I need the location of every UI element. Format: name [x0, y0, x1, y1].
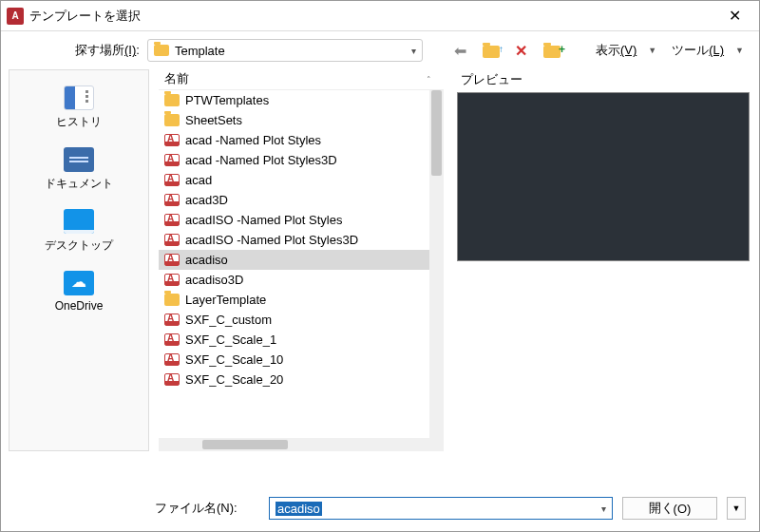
file-name: SXF_C_Scale_10 — [185, 352, 283, 367]
filename-value: acadiso — [276, 502, 322, 516]
look-in-label: 探す場所(I): — [75, 42, 140, 59]
file-name: acadISO -Named Plot Styles — [185, 213, 342, 227]
places-sidebar: ヒストリ ドキュメント デスクトップ OneDrive — [9, 69, 149, 451]
preview-label: プレビュー — [457, 69, 750, 92]
folder-icon — [154, 45, 169, 56]
file-name: acad -Named Plot Styles — [185, 133, 321, 147]
folder-up-icon — [483, 46, 500, 58]
file-row[interactable]: SXF_C_Scale_20 — [159, 370, 444, 390]
dwt-file-icon — [164, 134, 180, 146]
close-icon[interactable]: ✕ — [715, 7, 753, 25]
file-row[interactable]: acadiso — [159, 250, 444, 270]
sidebar-item-history[interactable]: ヒストリ — [10, 82, 148, 140]
file-row[interactable]: acadiso3D — [159, 270, 444, 290]
file-row[interactable]: SXF_C_Scale_1 — [159, 330, 444, 350]
dwt-file-icon — [164, 254, 180, 266]
sidebar-item-onedrive[interactable]: OneDrive — [10, 267, 148, 322]
file-row[interactable]: PTWTemplates — [159, 90, 444, 110]
bottom-panel: ファイル名(N): acadiso ▾ 開く(O) ▼ ファイルの種類(T): … — [1, 451, 759, 532]
folder-new-icon — [543, 46, 560, 58]
view-menu[interactable]: 表示(V) — [594, 42, 638, 59]
file-row[interactable]: SXF_C_custom — [159, 310, 444, 330]
folder-icon — [164, 94, 180, 106]
delete-button[interactable]: ✕ — [510, 39, 533, 62]
filename-label: ファイル名(N): — [155, 500, 259, 517]
toolbar: 探す場所(I): Template ▾ ⬅ ✕ 表示(V) ▼ ツール(L) ▼ — [1, 31, 759, 69]
sidebar-item-desktop[interactable]: デスクトップ — [10, 205, 148, 263]
file-name: SXF_C_Scale_1 — [185, 332, 276, 347]
open-dropdown-button[interactable]: ▼ — [727, 497, 746, 520]
file-list-panel: 名前 ˄ PTWTemplatesSheetSetsacad -Named Pl… — [159, 69, 444, 451]
file-name: SXF_C_custom — [185, 313, 272, 327]
open-button[interactable]: 開く(O) — [622, 497, 717, 520]
documents-icon — [64, 147, 94, 172]
file-name: acad -Named Plot Styles3D — [185, 153, 337, 167]
sidebar-item-documents[interactable]: ドキュメント — [10, 143, 148, 201]
file-name: SheetSets — [185, 113, 242, 127]
file-name: acadiso — [185, 253, 228, 267]
file-name: acad3D — [185, 193, 228, 207]
file-name: acadiso3D — [185, 273, 243, 287]
file-row[interactable]: acadISO -Named Plot Styles — [159, 210, 444, 230]
folder-icon — [164, 114, 180, 126]
preview-box — [457, 92, 750, 261]
delete-icon: ✕ — [515, 42, 527, 60]
dwt-file-icon — [164, 373, 180, 386]
file-name: acadISO -Named Plot Styles3D — [185, 233, 358, 247]
file-row[interactable]: acad3D — [159, 190, 444, 210]
filename-input[interactable]: acadiso ▾ — [269, 497, 613, 520]
column-name: 名前 — [164, 71, 419, 87]
chevron-down-icon: ▾ — [411, 46, 416, 56]
look-in-value: Template — [175, 44, 406, 58]
arrow-left-icon: ⬅ — [454, 42, 466, 60]
file-name: LayerTemplate — [185, 293, 266, 307]
app-icon: A — [7, 8, 24, 25]
dwt-file-icon — [164, 214, 180, 226]
folder-icon — [164, 294, 180, 306]
chevron-down-icon[interactable]: ▼ — [733, 46, 750, 55]
back-button[interactable]: ⬅ — [449, 39, 472, 62]
preview-panel: プレビュー — [457, 69, 750, 451]
file-row[interactable]: acadISO -Named Plot Styles3D — [159, 230, 444, 250]
up-folder-button[interactable] — [480, 39, 503, 62]
dwt-file-icon — [164, 194, 180, 206]
file-row[interactable]: LayerTemplate — [159, 290, 444, 310]
file-row[interactable]: SheetSets — [159, 110, 444, 130]
dwt-file-icon — [164, 174, 180, 186]
dwt-file-icon — [164, 234, 180, 246]
file-name: acad — [185, 173, 212, 187]
scrollbar-thumb[interactable] — [431, 90, 442, 176]
tools-menu[interactable]: ツール(L) — [670, 42, 726, 59]
file-name: PTWTemplates — [185, 93, 269, 107]
dwt-file-icon — [164, 314, 180, 326]
history-icon — [64, 86, 94, 110]
file-row[interactable]: acad -Named Plot Styles3D — [159, 150, 444, 170]
dwt-file-icon — [164, 333, 180, 346]
chevron-down-icon[interactable]: ▼ — [646, 46, 662, 55]
file-row[interactable]: acad -Named Plot Styles — [159, 130, 444, 150]
file-list-header[interactable]: 名前 ˄ — [159, 69, 444, 90]
file-list[interactable]: PTWTemplatesSheetSetsacad -Named Plot St… — [159, 90, 444, 438]
look-in-combo[interactable]: Template ▾ — [147, 39, 423, 62]
sort-indicator-icon: ˄ — [419, 75, 438, 85]
dwt-file-icon — [164, 274, 180, 286]
dwt-file-icon — [164, 353, 180, 366]
desktop-icon — [64, 209, 94, 234]
dwt-file-icon — [164, 154, 180, 166]
window-title: テンプレートを選択 — [29, 8, 715, 25]
new-folder-button[interactable] — [541, 39, 563, 62]
chevron-down-icon: ▾ — [601, 504, 606, 514]
file-name: SXF_C_Scale_20 — [185, 372, 283, 387]
vertical-scrollbar[interactable] — [429, 90, 444, 438]
file-row[interactable]: acad — [159, 170, 444, 190]
title-bar: A テンプレートを選択 ✕ — [1, 1, 759, 31]
horizontal-scrollbar[interactable] — [159, 438, 444, 451]
onedrive-icon — [64, 271, 94, 295]
file-row[interactable]: SXF_C_Scale_10 — [159, 350, 444, 370]
scrollbar-thumb[interactable] — [202, 440, 288, 449]
